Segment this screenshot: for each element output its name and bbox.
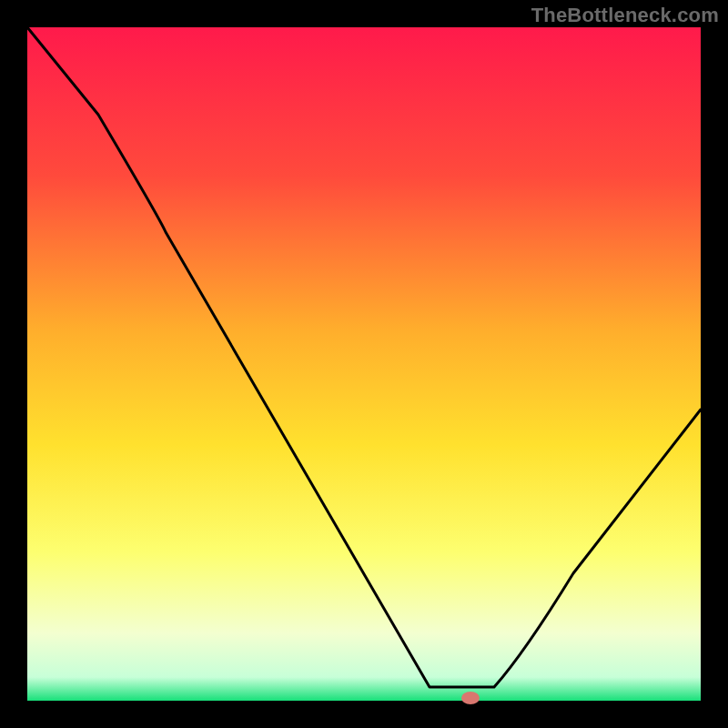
chart-container: TheBottleneck.com: [0, 0, 728, 728]
plot-background: [27, 27, 701, 701]
chart-svg: [0, 0, 728, 728]
optimum-marker: [461, 692, 480, 704]
watermark-text: TheBottleneck.com: [531, 4, 719, 27]
